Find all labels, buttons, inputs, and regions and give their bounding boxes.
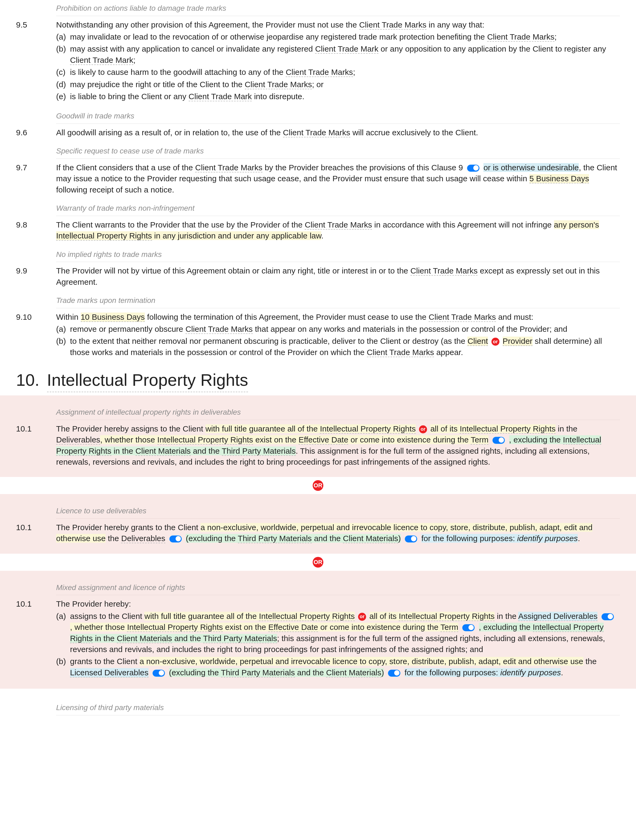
term-client-trade-mark[interactable]: Client Trade Mark: [189, 92, 252, 101]
clause-body-9-9: The Provider will not by virtue of this …: [56, 265, 620, 287]
term-third-party-materials[interactable]: Third Party Materials: [222, 447, 296, 456]
term-deliverables[interactable]: Deliverables: [56, 435, 100, 445]
clause-num-10-1: 10.1: [16, 423, 56, 467]
caption-10-1-c: Mixed assignment and licence of rights: [56, 580, 620, 595]
term-client-trade-marks[interactable]: Client Trade Marks: [283, 128, 350, 137]
alt-block-10-1-a: Assignment of intellectual property righ…: [0, 395, 636, 477]
or-divider[interactable]: OR: [313, 557, 323, 568]
term-term[interactable]: Term: [441, 623, 458, 632]
caption-9-8: Warranty of trade marks non-infringement: [56, 201, 620, 216]
clause-body-9-7: If the Client considers that a use of th…: [56, 162, 620, 195]
term-business-days[interactable]: 10 Business Days: [81, 313, 145, 322]
term-client-trade-marks[interactable]: Client Trade Marks: [487, 32, 554, 42]
term-client-trade-mark[interactable]: Client Trade Mark: [70, 55, 133, 65]
toggle-option[interactable]: [492, 437, 505, 444]
term-effective-date[interactable]: Effective Date: [268, 623, 318, 632]
clause-body-10-1-a: The Provider hereby assigns to the Clien…: [56, 423, 620, 467]
term-third-party-materials[interactable]: Third Party Materials: [221, 668, 295, 677]
term-client-trade-marks[interactable]: Client Trade Marks: [195, 163, 263, 172]
term-client-trade-marks[interactable]: Client Trade Marks: [367, 348, 434, 357]
term-client[interactable]: Client: [468, 336, 488, 346]
alt-block-10-1-b: Licence to use deliverables 10.1 The Pro…: [0, 494, 636, 553]
alt-block-10-1-c: Mixed assignment and licence of rights 1…: [0, 571, 636, 689]
term-ipr[interactable]: Intellectual Property Rights: [127, 623, 223, 632]
caption-9-5: Prohibition on actions liable to damage …: [56, 1, 620, 16]
term-client-trade-marks[interactable]: Client Trade Marks: [186, 325, 253, 334]
caption-9-10: Trade marks upon termination: [56, 293, 620, 308]
term-effective-date[interactable]: Effective Date: [299, 435, 348, 445]
toggle-option[interactable]: [169, 535, 182, 543]
term-provider[interactable]: Provider: [503, 336, 532, 346]
or-badge[interactable]: or: [491, 338, 499, 346]
term-client-materials[interactable]: Client Materials: [326, 668, 381, 677]
clause-num-9-10: 9.10: [16, 311, 56, 359]
term-term[interactable]: Term: [471, 435, 488, 445]
term-business-days[interactable]: 5 Business Days: [529, 174, 589, 183]
toggle-option[interactable]: [601, 613, 614, 621]
clause-num-9-6: 9.6: [16, 127, 56, 138]
term-client-materials[interactable]: Client Materials: [135, 447, 191, 456]
toggle-option[interactable]: [388, 669, 401, 677]
term-ipr[interactable]: Intellectual Property Rights: [56, 231, 152, 241]
clause-num-9-5: 9.5: [16, 19, 56, 103]
clause-body-9-5: Notwithstanding any other provision of t…: [56, 19, 620, 103]
caption-10-1-b: Licence to use deliverables: [56, 504, 620, 519]
term-ipr[interactable]: Intellectual Property Rights: [157, 435, 253, 445]
term-ipr[interactable]: Intellectual Property Rights: [399, 612, 494, 621]
caption-9-9: No implied rights to trade marks: [56, 247, 620, 262]
clause-body-9-8: The Client warrants to the Provider that…: [56, 219, 620, 242]
or-badge[interactable]: or: [419, 425, 427, 433]
term-client-materials[interactable]: Client Materials: [117, 634, 172, 643]
or-badge[interactable]: or: [358, 613, 366, 621]
clause-num-9-7: 9.7: [16, 162, 56, 195]
toggle-option[interactable]: [405, 535, 417, 543]
clause-num-10-1: 10.1: [16, 598, 56, 679]
term-client-trade-marks[interactable]: Client Trade Marks: [305, 220, 372, 230]
optional-text: or is otherwise undesirable: [483, 163, 579, 172]
term-assigned-deliverables[interactable]: Assigned Deliverables: [518, 612, 598, 621]
term-client-trade-marks[interactable]: Client Trade Marks: [429, 313, 496, 322]
term-client-materials[interactable]: Client Materials: [343, 534, 398, 543]
term-client-trade-mark[interactable]: Client Trade Mark: [315, 44, 378, 54]
term-third-party-materials[interactable]: Third Party Materials: [238, 534, 312, 543]
section-10-heading: 10.Intellectual Property Rights: [16, 368, 620, 392]
term-ipr[interactable]: Intellectual Property Rights: [259, 612, 355, 621]
clause-num-9-9: 9.9: [16, 265, 56, 287]
term-third-party-materials[interactable]: Third Party Materials: [203, 634, 277, 643]
toggle-option[interactable]: [467, 164, 480, 172]
clause-body-9-6: All goodwill arising as a result of, or …: [56, 127, 620, 138]
term-deliverables[interactable]: Deliverables: [121, 534, 165, 543]
placeholder-text[interactable]: identify purposes: [500, 668, 561, 677]
term-ipr[interactable]: Intellectual Property Rights: [320, 424, 416, 434]
clause-body-10-1-b: The Provider hereby grants to the Client…: [56, 522, 620, 544]
term-licensed-deliverables[interactable]: Licensed Deliverables: [70, 668, 149, 677]
toggle-option[interactable]: [462, 624, 475, 632]
term-client-trade-marks[interactable]: Client Trade Marks: [359, 21, 427, 30]
term-client-trade-marks[interactable]: Client Trade Marks: [245, 80, 312, 89]
placeholder-text[interactable]: identify purposes: [517, 534, 578, 543]
term-client-trade-marks[interactable]: Client Trade Marks: [286, 68, 353, 77]
caption-10-2: Licensing of third party materials: [56, 701, 620, 715]
term-ipr[interactable]: Intellectual Property Rights: [47, 368, 248, 392]
clause-num-9-8: 9.8: [16, 219, 56, 242]
clause-num-10-1: 10.1: [16, 522, 56, 544]
toggle-option[interactable]: [152, 669, 165, 677]
term-client-trade-marks[interactable]: Client Trade Marks: [411, 266, 478, 276]
caption-9-6: Goodwill in trade marks: [56, 109, 620, 124]
clause-body-9-10: Within 10 Business Days following the te…: [56, 311, 620, 359]
caption-9-7: Specific request to cease use of trade m…: [56, 144, 620, 159]
clause-body-10-1-c: The Provider hereby: (a)assigns to the C…: [56, 598, 620, 679]
or-divider[interactable]: OR: [313, 480, 323, 491]
caption-10-1-a: Assignment of intellectual property righ…: [56, 405, 620, 420]
term-ipr[interactable]: Intellectual Property Rights: [460, 424, 556, 434]
